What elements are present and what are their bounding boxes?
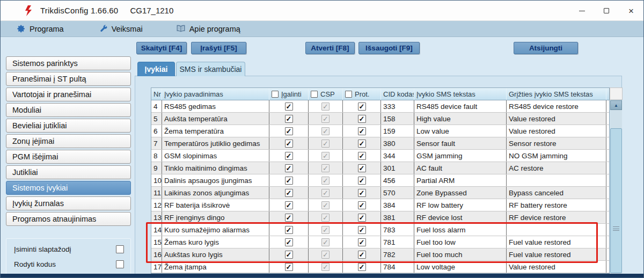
table-row[interactable]: 12 RF baterija išsikrovė ✓ ✓ ✓ 384 RF lo…	[151, 199, 609, 211]
prot-checkbox[interactable]: ✓	[358, 177, 366, 185]
cell-restore-sms-text[interactable]: Value restored	[507, 261, 606, 273]
sidebar-item-zonų-įėjimai[interactable]: Zonų įėjimai	[6, 134, 131, 148]
prot-checkbox[interactable]: ✓	[358, 164, 366, 172]
table-row[interactable]: 14 Kuro sumažėjimo aliarmas ✓ ✓ ✓ 783 Fu…	[151, 224, 609, 236]
cell-name[interactable]: Laikinas zonos atjungimas	[162, 187, 269, 199]
cell-restore-sms-text[interactable]: Value restored	[507, 125, 606, 137]
cell-sms-text[interactable]: RF low battery	[414, 199, 507, 211]
cell-restore-sms-text[interactable]	[507, 174, 606, 186]
csp-checkbox[interactable]: ✓	[321, 238, 330, 246]
cell-restore-sms-text[interactable]: Value restored	[507, 113, 606, 125]
prot-checkbox[interactable]: ✓	[358, 263, 366, 271]
table-row[interactable]: 16 Aukštas kuro lygis ✓ ✓ ✓ 782 Fuel too…	[151, 248, 609, 261]
cell-name[interactable]: Temperatūros jutiklio gedimas	[162, 137, 269, 149]
cell-sms-text[interactable]: AC fault	[414, 162, 507, 174]
save-button[interactable]: Išsaugoti [F9]	[358, 42, 420, 54]
scrollbar-thumb[interactable]	[610, 128, 622, 273]
csp-checkbox[interactable]: ✓	[321, 201, 330, 209]
table-row[interactable]: 6 Žema temperatūra ✓ ✓ ✓ 159 Low value V…	[151, 125, 609, 137]
header-csp-checkbox[interactable]: ✓	[311, 91, 318, 98]
sidebar-item-vartotojai-ir-pranešimai[interactable]: Vartotojai ir pranešimai	[6, 87, 131, 101]
prot-checkbox[interactable]: ✓	[358, 201, 366, 209]
maximize-button[interactable]	[594, 1, 619, 21]
csp-checkbox[interactable]: ✓	[321, 115, 330, 123]
cell-name[interactable]: Tinklo maitinimo dingimas	[162, 162, 269, 174]
cell-restore-sms-text[interactable]: RF device restore	[507, 211, 606, 223]
write-button[interactable]: Įrašyti [F5]	[191, 42, 246, 54]
menu-apie-programa[interactable]: Apie programą	[176, 25, 240, 33]
enabled-checkbox[interactable]: ✓	[285, 251, 293, 259]
open-button[interactable]: Atverti [F8]	[305, 42, 355, 54]
cell-name[interactable]: Kuro sumažėjimo aliarmas	[162, 224, 269, 236]
cell-restore-sms-text[interactable]: Bypass canceled	[507, 187, 606, 199]
cell-restore-sms-text[interactable]: RF battery restore	[507, 199, 606, 211]
csp-checkbox[interactable]: ✓	[321, 103, 330, 111]
cell-sms-text[interactable]: GSM jamming	[414, 150, 507, 162]
table-row[interactable]: 15 Žemas kuro lygis ✓ ✓ ✓ 781 Fuel too l…	[151, 236, 609, 248]
cell-name[interactable]: Aukšta temperatūra	[162, 113, 269, 125]
cell-restore-sms-text[interactable]	[507, 224, 606, 236]
cell-sms-text[interactable]: RS485 device fault	[414, 100, 507, 112]
sidebar-item-moduliai[interactable]: Moduliai	[6, 103, 131, 117]
enabled-checkbox[interactable]: ✓	[285, 214, 293, 222]
cell-sms-text[interactable]: Low value	[414, 125, 507, 137]
cell-sms-text[interactable]: RF device lost	[414, 211, 507, 223]
cell-name[interactable]: Dalinis apsaugos įjungimas	[162, 174, 269, 186]
cell-sms-text[interactable]: Fuel too much	[414, 248, 507, 260]
remember-password-checkbox[interactable]: ✓	[116, 245, 124, 253]
cell-sms-text[interactable]: Low voltage	[414, 261, 507, 273]
table-row[interactable]: 8 GSM slopinimas ✓ ✓ ✓ 344 GSM jamming N…	[151, 150, 609, 162]
sidebar-item-pranešimai-į-st-pultą[interactable]: Pranešimai į ST pultą	[6, 72, 131, 86]
csp-checkbox[interactable]: ✓	[321, 127, 330, 135]
csp-checkbox[interactable]: ✓	[321, 140, 330, 148]
vertical-scrollbar[interactable]	[610, 110, 622, 275]
csp-checkbox[interactable]: ✓	[321, 251, 330, 259]
table-row[interactable]: 17 Žema įtampa ✓ ✓ ✓ 784 Low voltage Val…	[151, 261, 609, 273]
table-row[interactable]: 13 RF įrenginys dingo ✓ ✓ ✓ 381 RF devic…	[151, 211, 609, 224]
read-button[interactable]: Skaityti [F4]	[136, 42, 187, 54]
sidebar-item-jutikliai[interactable]: Jutikliai	[6, 165, 131, 179]
prot-checkbox[interactable]: ✓	[358, 152, 366, 160]
cell-name[interactable]: Žema įtampa	[162, 261, 269, 273]
cell-sms-text[interactable]: Fuel loss alarm	[414, 224, 507, 236]
cell-restore-sms-text[interactable]: NO GSM jamming	[507, 150, 606, 162]
menu-veiksmai[interactable]: Veiksmai	[99, 25, 143, 33]
cell-sms-text[interactable]: Fuel too low	[414, 236, 507, 248]
enabled-checkbox[interactable]: ✓	[285, 226, 293, 234]
cell-sms-text[interactable]: Sensor fault	[414, 137, 507, 149]
enabled-checkbox[interactable]: ✓	[285, 263, 293, 271]
cell-sms-text[interactable]: Partial ARM	[414, 174, 507, 186]
csp-checkbox[interactable]: ✓	[321, 177, 330, 185]
cell-name[interactable]: Žemas kuro lygis	[162, 236, 269, 248]
prot-checkbox[interactable]: ✓	[358, 226, 366, 234]
csp-checkbox[interactable]: ✓	[321, 164, 330, 172]
prot-checkbox[interactable]: ✓	[358, 115, 366, 123]
cell-name[interactable]: RF baterija išsikrovė	[162, 199, 269, 211]
table-row[interactable]: 9 Tinklo maitinimo dingimas ✓ ✓ ✓ 301 AC…	[151, 162, 609, 174]
sidebar-item-įvykių-žurnalas[interactable]: Įvykių žurnalas	[6, 196, 131, 210]
disconnect-button[interactable]: Atsijungti	[514, 42, 578, 54]
sidebar-item-sistemos-parinktys[interactable]: Sistemos parinktys	[6, 56, 131, 70]
enabled-checkbox[interactable]: ✓	[285, 189, 293, 197]
enabled-checkbox[interactable]: ✓	[285, 140, 293, 148]
header-prot-checkbox[interactable]: ✓	[345, 91, 352, 98]
enabled-checkbox[interactable]: ✓	[285, 127, 293, 135]
table-row[interactable]: 4 RS485 gedimas ✓ ✓ ✓ 333 RS485 device f…	[151, 100, 609, 113]
csp-checkbox[interactable]: ✓	[321, 152, 330, 160]
enabled-checkbox[interactable]: ✓	[285, 238, 293, 246]
tab-sms-ir-skambuciai[interactable]: SMS ir skambučiai	[176, 62, 245, 76]
cell-restore-sms-text[interactable]: AC restore	[507, 162, 606, 174]
csp-checkbox[interactable]: ✓	[321, 226, 330, 234]
cell-restore-sms-text[interactable]: Fuel value restored	[507, 236, 606, 248]
cell-restore-sms-text[interactable]: RS485 device restore	[507, 100, 606, 112]
csp-checkbox[interactable]: ✓	[321, 214, 330, 222]
cell-restore-sms-text[interactable]: Fuel value restored	[507, 248, 606, 260]
enabled-checkbox[interactable]: ✓	[285, 115, 293, 123]
prot-checkbox[interactable]: ✓	[358, 214, 366, 222]
sidebar-item-pgm-išėjimai[interactable]: PGM išėjimai	[6, 150, 131, 164]
prot-checkbox[interactable]: ✓	[358, 103, 366, 111]
csp-checkbox[interactable]: ✓	[321, 189, 330, 197]
enabled-checkbox[interactable]: ✓	[285, 177, 293, 185]
csp-checkbox[interactable]: ✓	[321, 263, 330, 271]
tab-ivykiai[interactable]: Įvykiai	[137, 62, 175, 76]
